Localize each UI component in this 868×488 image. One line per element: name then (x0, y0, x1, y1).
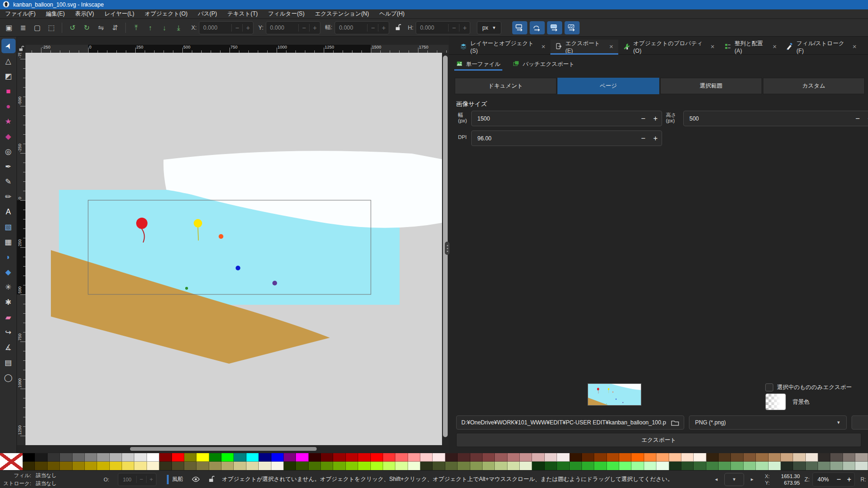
opacity-spinner[interactable]: 100 − + (118, 473, 156, 486)
calligraphy-tool[interactable]: ✏ (1, 189, 16, 204)
palette-top-swatch-14[interactable] (184, 453, 197, 462)
scale-gradients-toggle[interactable] (547, 21, 562, 34)
palette-bottom-swatch-27[interactable] (346, 462, 358, 470)
palette-top-swatch-41[interactable] (520, 453, 532, 462)
lock-ratio-icon[interactable] (395, 24, 401, 31)
palette-top-swatch-38[interactable] (483, 453, 495, 462)
export-selected-only-checkbox[interactable] (765, 383, 773, 391)
palette-bottom-swatch-48[interactable] (607, 462, 619, 470)
raise-to-top-button[interactable]: ⤒ (130, 22, 142, 34)
area-button-カスタム[interactable]: カスタム (763, 78, 865, 94)
menu-5[interactable]: オブジェクト(O) (139, 10, 193, 18)
palette-top-swatch-37[interactable] (470, 453, 483, 462)
palette-top-swatch-2[interactable] (35, 453, 47, 462)
palette-bottom-swatch-26[interactable] (333, 462, 345, 470)
palette-top-swatch-68[interactable] (855, 453, 868, 462)
palette-top-swatch-11[interactable] (147, 453, 159, 462)
palette-bottom-swatch-46[interactable] (582, 462, 594, 470)
palette-bottom-swatch-51[interactable] (644, 462, 656, 470)
export-width-field[interactable]: 1500 − + (471, 111, 662, 126)
palette-bottom-swatch-7[interactable] (97, 462, 109, 470)
star-tool[interactable]: ★ (1, 114, 16, 129)
zoom-plus-button[interactable]: + (844, 475, 854, 484)
drawing-canvas[interactable] (25, 53, 442, 445)
palette-bottom-swatch-11[interactable] (147, 462, 159, 470)
prev-layer-button[interactable]: ◂ (710, 474, 722, 485)
vertical-ruler[interactable]: -750-500-250025050075010001250 (17, 53, 25, 445)
export-dpi-value[interactable]: 96.00 (472, 135, 637, 142)
palette-bottom-swatch-50[interactable] (631, 462, 644, 470)
deselect-button[interactable]: ▢ (31, 22, 43, 34)
menu-3[interactable]: 表示(V) (70, 10, 99, 18)
palette-top-swatch-43[interactable] (545, 453, 557, 462)
palette-bottom-swatch-39[interactable] (495, 462, 507, 470)
palette-top-swatch-56[interactable] (706, 453, 719, 462)
palette-bottom-swatch-32[interactable] (408, 462, 420, 470)
palette-bottom-swatch-45[interactable] (570, 462, 582, 470)
palette-top-swatch-4[interactable] (60, 453, 72, 462)
subtab-single-file[interactable]: 単一ファイル (456, 57, 500, 71)
palette-top-swatch-47[interactable] (594, 453, 606, 462)
palette-bottom-swatch-5[interactable] (73, 462, 85, 470)
palette-bottom-swatch-53[interactable] (669, 462, 681, 470)
palette-top-swatch-31[interactable] (395, 453, 408, 462)
connector-tool[interactable]: ↪ (1, 325, 16, 340)
height-spinner[interactable]: 0.000−+ (416, 21, 470, 34)
zoom-spinner[interactable]: 40% − + (812, 472, 855, 487)
rotate-cw-button[interactable]: ↻ (81, 22, 93, 34)
orange-balloon[interactable] (613, 391, 614, 392)
palette-bottom-swatch-24[interactable] (309, 462, 321, 470)
palette-top-swatch-33[interactable] (420, 453, 433, 462)
scale-stroke-toggle[interactable] (512, 21, 527, 34)
flip-vertical-button[interactable]: ⇵ (109, 22, 121, 34)
palette-bottom-swatch-63[interactable] (793, 462, 805, 470)
palette-top-swatch-27[interactable] (346, 453, 358, 462)
export-filename-field[interactable]: D:¥OneDrive¥WORK¥101_WWW¥EDIT¥PC-USER ED… (456, 415, 684, 430)
palette-top-swatch-52[interactable] (656, 453, 669, 462)
palette-top-swatch-42[interactable] (532, 453, 544, 462)
export-height-value[interactable]: 500 (684, 115, 852, 122)
menu-4[interactable]: レイヤー(L) (99, 10, 139, 18)
zoom-minus-button[interactable]: − (834, 475, 844, 484)
palette-top-swatch-6[interactable] (85, 453, 97, 462)
height-minus-button[interactable]: − (852, 114, 864, 123)
mesh-tool[interactable]: ▦ (1, 235, 16, 249)
shape-builder-tool[interactable]: ◩ (1, 69, 16, 83)
next-layer-button[interactable]: ▸ (746, 474, 758, 485)
palette-bottom-swatch-21[interactable] (271, 462, 284, 470)
palette-bottom-swatch-42[interactable] (532, 462, 544, 470)
select-all-layers-button[interactable]: ≣ (17, 22, 29, 34)
folder-open-icon[interactable] (666, 420, 684, 426)
palette-top-swatch-46[interactable] (582, 453, 594, 462)
width-plus-button[interactable]: + (649, 114, 662, 123)
palette-bottom-swatch-52[interactable] (656, 462, 669, 470)
export-format-dropdown[interactable]: PNG (*.png) ▼ (689, 415, 847, 430)
spray-tool[interactable]: ✱ (1, 295, 16, 309)
opacity-plus-button[interactable]: + (146, 476, 156, 483)
menu-6[interactable]: パス(P) (193, 10, 222, 18)
svg-document[interactable] (25, 53, 442, 445)
layer-nav-dropdown[interactable]: ▾ (724, 473, 744, 486)
current-layer-indicator[interactable]: 風船 (167, 475, 183, 484)
export-selected-only-option[interactable]: 選択中のもののみエクスポー (765, 383, 868, 391)
palette-top-swatch-21[interactable] (271, 453, 284, 462)
dock-tab-properties[interactable]: オブジェクトのプロパティ(O)✕ (618, 40, 720, 54)
palette-top-swatch-58[interactable] (731, 453, 743, 462)
area-button-選択範囲[interactable]: 選択範囲 (660, 78, 762, 94)
palette-top-swatch-10[interactable] (134, 453, 147, 462)
palette-top-swatch-16[interactable] (209, 453, 221, 462)
dock-tab-export[interactable]: エクスポート(E)✕ (550, 40, 618, 54)
palette-top-swatch-9[interactable] (122, 453, 134, 462)
palette-bottom-swatch-41[interactable] (520, 462, 532, 470)
flip-horizontal-button[interactable]: ⇋ (95, 22, 107, 34)
palette-top-swatch-64[interactable] (806, 453, 818, 462)
palette-bottom-swatch-43[interactable] (545, 462, 557, 470)
palette-bottom-swatch-28[interactable] (358, 462, 370, 470)
palette-bottom-swatch-23[interactable] (296, 462, 308, 470)
palette-top-swatch-3[interactable] (48, 453, 60, 462)
palette-bottom-swatch-61[interactable] (769, 462, 781, 470)
palette-bottom-swatch-56[interactable] (706, 462, 719, 470)
palette-bottom-swatch-29[interactable] (371, 462, 383, 470)
panel-splitter-handle[interactable] (445, 242, 450, 255)
palette-top-swatch-50[interactable] (631, 453, 644, 462)
